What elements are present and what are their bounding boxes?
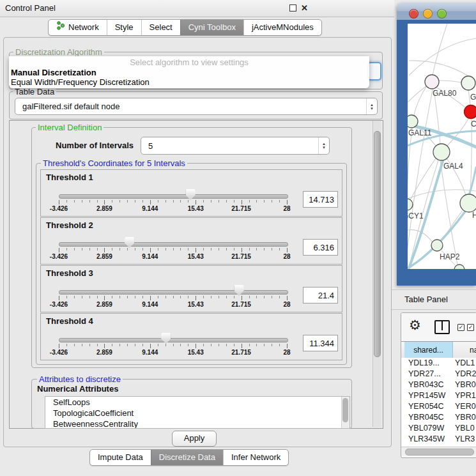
tab-jactivemnodules[interactable]: jActiveMNodules [243, 20, 321, 35]
network-node-gal4[interactable] [433, 144, 450, 160]
table-row[interactable]: YDL19...YDL1 [401, 358, 476, 369]
tick-label: -3.426 [50, 205, 68, 212]
table-cell[interactable]: YBL079W [408, 423, 444, 434]
network-node-h[interactable] [460, 194, 476, 212]
tick-label: 28 [283, 205, 290, 212]
number-of-intervals-label: Number of Intervals [56, 141, 134, 150]
network-node-hap2[interactable] [431, 240, 443, 251]
attributes-list-scrollbar[interactable] [341, 397, 349, 428]
tab-label: Select [150, 20, 173, 35]
table-cell[interactable]: YBR045C [408, 412, 444, 423]
node-table-widget: ⚙ ✓ ✓ shared...na YDL19...YDL1YDR27...YD… [401, 312, 476, 458]
tick-label: 15.43 [188, 253, 204, 260]
interval-definition-label: Interval Definition [36, 123, 104, 132]
table-row[interactable]: YER054CYER0 [401, 401, 476, 412]
network-edge[interactable] [433, 24, 447, 75]
thresholds-group: Threshold 1-3.4262.8599.14415.4321.71528… [36, 163, 347, 365]
threshold-value-field-3[interactable]: 21.4 [303, 287, 338, 303]
network-node-gcy1[interactable] [408, 199, 413, 210]
table-cell[interactable]: YDL19... [408, 358, 440, 369]
table-row[interactable]: YBR045CYBR0 [401, 412, 476, 423]
settings-vertical-scrollbar[interactable] [372, 121, 381, 427]
network-canvas[interactable]: GAL80GACGAL11GAL4GCY1HHAP2 [408, 24, 476, 269]
tick-label: 2.859 [96, 205, 112, 212]
network-edge[interactable] [409, 38, 476, 75]
dropdown-option-equal-width-frequency[interactable]: Equal Width/Frequency Discretization [11, 77, 150, 87]
close-window-icon[interactable] [409, 9, 418, 19]
table-cell[interactable]: YER0 [455, 401, 476, 412]
split-columns-icon[interactable] [434, 320, 450, 334]
network-edge[interactable] [440, 160, 457, 265]
attribute-list-item[interactable]: BetweennessCentrality [45, 418, 349, 429]
tick-label: 28 [283, 349, 290, 356]
apply-button[interactable]: Apply [172, 431, 217, 447]
table-cell[interactable]: YDR27... [408, 369, 441, 380]
tab-select[interactable]: Select [141, 20, 180, 35]
minimize-window-icon[interactable] [423, 9, 433, 19]
thresholds-group-label: Threshold's Coordinates for 5 Intervals [41, 158, 187, 168]
table-cell[interactable]: YLR345W [408, 434, 445, 445]
tick-label: -3.426 [50, 349, 68, 356]
network-edge[interactable] [408, 128, 412, 199]
table-cell[interactable]: YPR145W [408, 390, 445, 401]
tick-label: 21.715 [231, 301, 251, 308]
attribute-list-item[interactable]: SelfLoops [45, 397, 349, 408]
attribute-items: SelfLoopsTopologicalCoefficientBetweenne… [45, 397, 349, 429]
table-row[interactable]: YLR345WYLR3 [401, 434, 476, 445]
tab-style[interactable]: Style [107, 20, 141, 35]
threshold-value-field-2[interactable]: 6.316 [303, 239, 338, 256]
network-edge[interactable] [438, 81, 461, 82]
network-edge[interactable] [408, 86, 427, 102]
table-horizontal-scrollbar[interactable] [401, 447, 476, 456]
threshold-value-field-1[interactable]: 14.713 [303, 191, 338, 208]
attribute-list-item[interactable]: TopologicalCoefficient [45, 408, 349, 418]
checkbox-checked-icon[interactable]: ✓ [457, 324, 464, 331]
table-cell[interactable]: YDL1 [455, 358, 475, 369]
algorithm-combobox-edge[interactable] [367, 62, 381, 81]
column-header-1[interactable]: shared... [404, 342, 453, 358]
tab-impute-data[interactable]: Impute Data [90, 450, 151, 465]
table-row[interactable]: YDR27...YDR2 [401, 369, 476, 380]
table-cell[interactable]: YBR0 [455, 412, 476, 423]
table-data-combobox[interactable]: galFiltered.sif default node ▲▼ [15, 98, 378, 115]
dropdown-option-manual-discretization[interactable]: Manual Discretization [11, 68, 96, 77]
table-row[interactable]: YBR043CYBR0 [401, 380, 476, 390]
table-cell[interactable]: YBR043C [408, 380, 444, 390]
network-node-red[interactable] [464, 105, 476, 119]
tab-network[interactable]: Network [49, 20, 107, 35]
network-node-gal11[interactable] [408, 115, 418, 128]
network-node-label: GAL80 [433, 89, 457, 98]
table-cell[interactable]: YLR3 [455, 434, 475, 445]
network-node-gal80[interactable] [425, 75, 439, 89]
table-cell[interactable]: YBL0 [455, 423, 475, 434]
table-cell[interactable]: YPR1 [455, 390, 476, 401]
network-window-titlebar[interactable] [397, 3, 476, 20]
threshold-value-field-4[interactable]: 11.344 [303, 335, 338, 351]
float-panel-icon[interactable] [289, 4, 296, 12]
table-row[interactable]: YPR145WYPR1 [401, 390, 476, 401]
network-node-ga[interactable] [461, 76, 475, 90]
tick-label: 9.144 [142, 301, 158, 308]
number-of-intervals-combobox[interactable]: 5 ▲▼ [141, 137, 330, 155]
tab-infer-network[interactable]: Infer Network [223, 450, 288, 465]
tab-discretize-data[interactable]: Discretize Data [151, 450, 223, 465]
table-row[interactable]: YBL079WYBL0 [401, 423, 476, 434]
network-edge[interactable] [414, 86, 427, 115]
tab-cyni-toolbox[interactable]: Cyni Toolbox [180, 20, 243, 35]
network-node-node9[interactable] [454, 265, 464, 269]
table-cell[interactable]: YER054C [408, 401, 444, 412]
numerical-attributes-list[interactable]: SelfLoopsTopologicalCoefficientBetweenne… [45, 396, 350, 429]
table-cell[interactable]: YDR2 [455, 369, 476, 380]
zoom-window-icon[interactable] [437, 9, 447, 19]
settings-gear-icon[interactable]: ⚙ [409, 318, 421, 333]
column-header-2[interactable]: na [453, 342, 476, 358]
threshold-label: Threshold 4 [46, 316, 93, 326]
table-cell[interactable]: YBR0 [455, 380, 476, 390]
checkbox-checked-icon[interactable]: ✓ [467, 324, 474, 331]
network-edge[interactable] [409, 61, 468, 76]
threshold-label: Threshold 3 [46, 268, 93, 278]
close-panel-icon[interactable]: ✕ [301, 4, 308, 12]
network-edge[interactable] [470, 119, 472, 194]
threshold-row-1: Threshold 1-3.4262.8599.14415.4321.71528… [40, 169, 342, 217]
table-data-combobox-value: galFiltered.sif default node [15, 102, 366, 111]
